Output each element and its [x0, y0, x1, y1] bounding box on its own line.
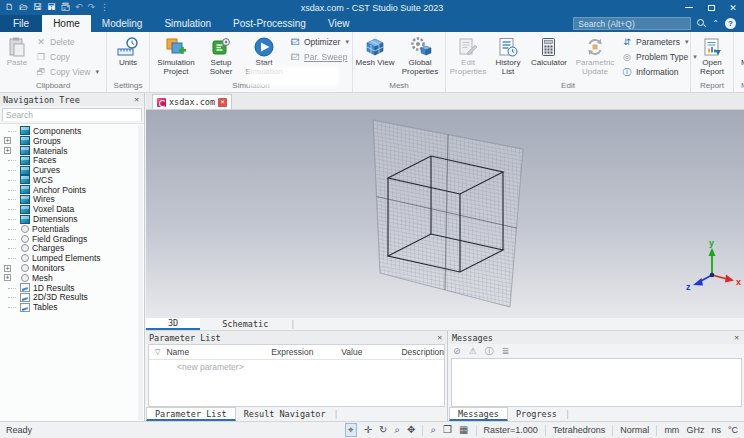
- mesh-view-button[interactable]: Mesh View: [354, 33, 396, 81]
- tree-item-wires[interactable]: Wires: [0, 195, 144, 205]
- setup-solver-button[interactable]: Setup Solver: [201, 33, 241, 81]
- split-view-icon[interactable]: ❐: [443, 424, 452, 436]
- message-list-icon[interactable]: ≣: [502, 346, 510, 356]
- zoom-lasso-icon[interactable]: ⌕: [394, 424, 400, 436]
- document-tab[interactable]: xsdax.com ✕: [152, 94, 232, 109]
- filter-icon[interactable]: ▽: [149, 348, 166, 356]
- tree-search-input[interactable]: [3, 110, 141, 121]
- export-icon[interactable]: 🖆: [61, 3, 70, 12]
- edit-properties-button[interactable]: Edit Properties: [447, 33, 489, 81]
- global-properties-button[interactable]: Global Properties: [396, 33, 444, 81]
- expand-icon[interactable]: +: [4, 265, 11, 272]
- history-list-button[interactable]: History List: [489, 33, 527, 81]
- tree-item-voxel-data[interactable]: Voxel Data: [0, 204, 144, 214]
- errors-filter-icon[interactable]: ⊘: [453, 346, 461, 356]
- search-input[interactable]: [574, 18, 690, 29]
- tree-item-tables[interactable]: Tables: [0, 302, 144, 312]
- unit-mm[interactable]: mm: [664, 425, 679, 435]
- bounding-box-icon[interactable]: ▦: [459, 424, 468, 436]
- tree-item-wcs[interactable]: WCS: [0, 175, 144, 185]
- save-all-icon[interactable]: 🖬: [47, 3, 56, 12]
- column-description[interactable]: Description: [401, 347, 444, 357]
- tab-progress[interactable]: Progress: [508, 407, 565, 421]
- tree-item-potentials[interactable]: Potentials: [0, 224, 144, 234]
- tree-item-materials[interactable]: +Materials: [0, 146, 144, 156]
- tree-item-field-gradings[interactable]: Field Gradings: [0, 234, 144, 244]
- column-name[interactable]: Name: [166, 347, 271, 357]
- unit-temperature[interactable]: °C: [728, 425, 738, 435]
- expand-icon[interactable]: +: [4, 137, 11, 144]
- tab-file[interactable]: File: [0, 15, 42, 32]
- new-parameter-row[interactable]: <new parameter>: [149, 360, 444, 373]
- tab-simulation[interactable]: Simulation: [153, 15, 222, 32]
- unit-time[interactable]: ns: [711, 425, 721, 435]
- parameters-button[interactable]: ⇵ Parameters: [621, 35, 687, 49]
- close-button[interactable]: ✕: [722, 0, 744, 15]
- tree-item-groups[interactable]: +Groups: [0, 136, 144, 146]
- collapse-ribbon-icon[interactable]: ⌃: [712, 19, 719, 28]
- redo-icon[interactable]: ↷: [88, 3, 96, 12]
- copy-button[interactable]: ❐ Copy: [35, 50, 103, 64]
- tab-result-navigator[interactable]: Result Navigator: [236, 407, 334, 421]
- zoom-tool-icon[interactable]: ⌕: [430, 424, 436, 436]
- navigation-tree-close-icon[interactable]: ✕: [132, 95, 141, 104]
- undo-icon[interactable]: ↶: [75, 3, 83, 12]
- simulation-project-button[interactable]: Simulation Project: [151, 33, 201, 81]
- tree-item-faces[interactable]: Faces: [0, 155, 144, 165]
- tree-item-curves[interactable]: Curves: [0, 165, 144, 175]
- document-tab-close-icon[interactable]: ✕: [218, 98, 227, 107]
- viewport-3d[interactable]: y x z: [146, 110, 744, 318]
- minimize-button[interactable]: [678, 0, 700, 15]
- tree-item-1d-results[interactable]: 1D Results: [0, 283, 144, 293]
- center-view-icon[interactable]: ✥: [407, 424, 415, 436]
- macros-button[interactable]: Macros: [735, 33, 744, 81]
- tree-item-charges[interactable]: Charges: [0, 244, 144, 254]
- messages-close-icon[interactable]: ✕: [732, 333, 741, 342]
- information-button[interactable]: ⓘ Information: [621, 65, 687, 79]
- tab-modeling[interactable]: Modeling: [91, 15, 154, 32]
- open-report-button[interactable]: Open Report: [692, 33, 732, 81]
- open-file-icon[interactable]: 🗁: [19, 3, 28, 12]
- tab-schematic[interactable]: Schematic: [200, 318, 290, 330]
- info-filter-icon[interactable]: ⓘ: [485, 345, 494, 358]
- rotate-tool-icon[interactable]: ↻: [379, 424, 387, 436]
- tab-home[interactable]: Home: [42, 15, 91, 32]
- column-value[interactable]: Value: [341, 347, 401, 357]
- warnings-filter-icon[interactable]: ⚠: [469, 346, 477, 356]
- parametric-update-button[interactable]: Parametric Update: [571, 33, 619, 81]
- copy-view-button[interactable]: 🗗 Copy View: [35, 65, 103, 79]
- tree-item-dimensions[interactable]: Dimensions: [0, 214, 144, 224]
- tree-item-components[interactable]: Components: [0, 126, 144, 136]
- maximize-button[interactable]: [700, 0, 722, 15]
- expand-icon[interactable]: +: [4, 274, 11, 281]
- optimizer-button[interactable]: 🗠 Optimizer: [289, 35, 349, 49]
- tree-item-2d3d-results[interactable]: 2D/3D Results: [0, 293, 144, 303]
- parameter-list-close-icon[interactable]: ✕: [435, 333, 444, 342]
- raster-value[interactable]: Raster=1.000: [484, 425, 538, 435]
- new-file-icon[interactable]: 🗋: [5, 3, 14, 12]
- delete-button[interactable]: ✕ Delete: [35, 35, 103, 49]
- expand-icon[interactable]: +: [4, 147, 11, 154]
- mesh-type[interactable]: Tetrahedrons: [553, 425, 606, 435]
- tree-item-monitors[interactable]: +Monitors: [0, 263, 144, 273]
- problem-type-button[interactable]: ◎ Problem Type: [621, 50, 687, 64]
- column-expression[interactable]: Expression: [271, 347, 341, 357]
- par-sweep-button[interactable]: 🗠 Par. Sweep: [289, 50, 349, 64]
- tab-3d[interactable]: 3D: [146, 318, 200, 330]
- calculator-button[interactable]: Calculator: [527, 33, 571, 81]
- tree-item-lumped-elements[interactable]: Lumped Elements: [0, 253, 144, 263]
- qat-more-icon[interactable]: ⋮: [100, 3, 109, 12]
- search-icon[interactable]: [697, 19, 706, 28]
- paste-button[interactable]: Paste: [1, 33, 33, 81]
- help-icon[interactable]: ?: [725, 18, 736, 29]
- unit-frequency[interactable]: GHz: [686, 425, 704, 435]
- view-mode[interactable]: Normal: [620, 425, 649, 435]
- tab-parameter-list[interactable]: Parameter List: [146, 407, 236, 421]
- tree-item-anchor-points[interactable]: Anchor Points: [0, 185, 144, 195]
- tab-post-processing[interactable]: Post-Processing: [222, 15, 317, 32]
- select-tool-icon[interactable]: ⌖: [345, 423, 357, 437]
- tree-item-mesh[interactable]: +Mesh: [0, 273, 144, 283]
- tab-view[interactable]: View: [317, 15, 361, 32]
- tab-messages[interactable]: Messages: [449, 407, 508, 421]
- pan-tool-icon[interactable]: ✛: [364, 424, 372, 436]
